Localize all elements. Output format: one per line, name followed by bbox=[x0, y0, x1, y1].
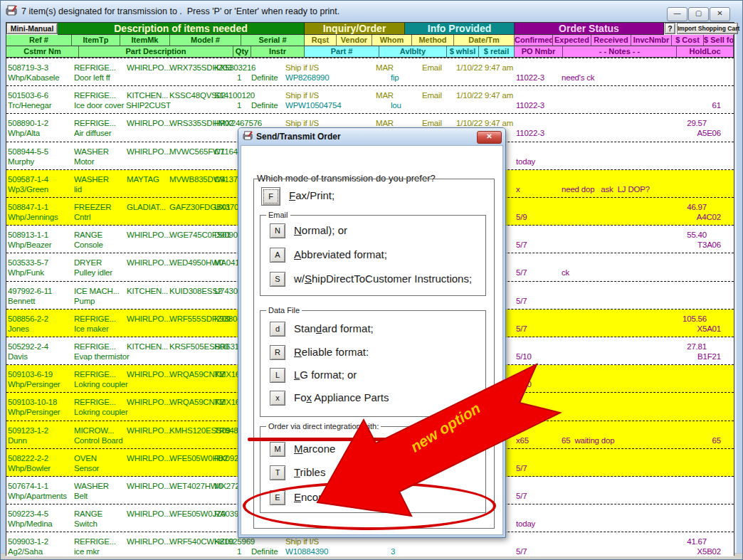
cell-ref: 509903-1-2 bbox=[8, 537, 48, 546]
red-underline-annotation bbox=[248, 438, 409, 441]
cell-ref: 508944-5-5 bbox=[8, 147, 48, 156]
cell-itemtp: REFRIGE... bbox=[74, 91, 116, 100]
cell-itemtp: REFRIGE... bbox=[74, 63, 116, 72]
email-normal-button[interactable]: N bbox=[270, 223, 285, 238]
marcone-label: Marcone bbox=[294, 443, 335, 455]
email-shipdirect-button[interactable]: S bbox=[270, 272, 285, 287]
data-fox-button[interactable]: x bbox=[270, 391, 285, 406]
fax-print-button[interactable]: F bbox=[261, 187, 280, 206]
col-vendor: Vendor bbox=[337, 35, 372, 46]
cell-desc: Sensor bbox=[74, 464, 99, 472]
email-abbreviated-button[interactable]: A bbox=[270, 248, 285, 263]
cell-holdloc: A4C02 bbox=[697, 213, 721, 221]
app-window: 7 item(s) designated for transmission to… bbox=[0, 0, 743, 560]
cell-desc: Belt bbox=[74, 492, 88, 500]
cell-holdloc: X5A01 bbox=[697, 324, 721, 333]
cell-desc: Control Board bbox=[74, 436, 122, 445]
dialog-close-button[interactable]: ✕ bbox=[477, 131, 502, 144]
table-row[interactable]: 508719-3-3REFRIGE...WHIRLPO...WRX735SDHZ… bbox=[6, 58, 734, 86]
cell-itemtp: WASHER bbox=[74, 482, 109, 490]
col-expected: Expected bbox=[553, 35, 591, 46]
cell-datetm: 1/10/22 9:47 am bbox=[456, 119, 513, 127]
cell-desc: Ice maker bbox=[74, 324, 109, 333]
col-datetm: Date/Tm bbox=[454, 35, 515, 46]
cell-rqst: Ship if I/S bbox=[285, 63, 319, 72]
col-confirmed: Confirmed bbox=[515, 35, 553, 46]
cell-desc: Console bbox=[74, 241, 103, 249]
cell-qty: 1 bbox=[237, 547, 241, 556]
data-standard-button[interactable]: d bbox=[270, 322, 285, 337]
cell-avl: 3 bbox=[391, 547, 395, 556]
col-qty: Qty bbox=[233, 46, 251, 58]
data-lg-label: LG format; or bbox=[294, 369, 357, 381]
cell-itemmk: WHIRLPO... bbox=[127, 315, 170, 323]
cell-itemmk: MAYTAG bbox=[127, 175, 159, 184]
cell-itemtp: REFRIGE... bbox=[74, 119, 116, 127]
cell-cstmr: Trc/Henegar bbox=[8, 101, 51, 110]
cell-desc: Lokring coupler bbox=[74, 408, 128, 416]
col-rqst: Rqst bbox=[305, 35, 337, 46]
cell-instr: Definite bbox=[251, 547, 278, 556]
cell-itemmk: WHIRLPO... bbox=[127, 119, 170, 127]
cell-itemtp: OVEN bbox=[74, 454, 97, 463]
cell-po: 5/7 bbox=[516, 241, 527, 249]
cell-po: 5/7 bbox=[516, 268, 527, 277]
header-inquiry-order: Inquiry/Order bbox=[305, 22, 405, 35]
email-abbreviated-label: Abbreviated format; bbox=[294, 248, 387, 260]
cell-cstmr: Whp/Funk bbox=[8, 268, 44, 277]
cell-desc: Air diffuser bbox=[74, 129, 111, 137]
cell-cstmr: Whp/Medina bbox=[8, 519, 53, 528]
col-whom: Whom bbox=[372, 35, 412, 46]
cell-notes: need dop ask LJ DOP? bbox=[562, 185, 650, 194]
dialog-title: Send/Transmit Order bbox=[256, 132, 341, 142]
marcone-button[interactable]: M bbox=[270, 442, 285, 457]
cell-ref: 509223-4-5 bbox=[8, 509, 48, 518]
data-lg-button[interactable]: L bbox=[270, 368, 285, 383]
cell-itemtp: REFRIGE... bbox=[74, 342, 116, 351]
col-po: PO Nmbr bbox=[515, 46, 563, 58]
col-ref: Ref # bbox=[6, 35, 72, 46]
cell-itemmk: WHIRLPO... bbox=[127, 398, 170, 406]
table-row[interactable]: 501503-6-6REFRIGE...KITCHEN...KSSC48QVS0… bbox=[6, 86, 734, 114]
close-button[interactable]: ✕ bbox=[710, 7, 730, 21]
cell-ref: 509587-1-4 bbox=[8, 175, 48, 184]
cell-cstmr: Whp/Persinger bbox=[8, 408, 60, 416]
cell-itemmk: GLADIAT... bbox=[127, 203, 166, 211]
data-reliable-button[interactable]: R bbox=[270, 345, 285, 360]
window-border-left bbox=[1, 22, 6, 559]
cell-datetm: 1/10/22 9:47 am bbox=[456, 91, 513, 100]
mini-manual-button[interactable]: Mini-Manual bbox=[6, 23, 58, 34]
tribles-button[interactable]: T bbox=[270, 465, 285, 480]
cell-holdloc: X5B02 bbox=[697, 547, 721, 556]
header-order-status: Order Status bbox=[515, 22, 664, 35]
col-sellfor: $ Sell for bbox=[704, 35, 734, 46]
cell-notes: need's ck bbox=[562, 73, 594, 82]
cell-cstmr: Murphy bbox=[8, 157, 34, 166]
cell-itemmk: WHIRLPO... bbox=[127, 258, 170, 267]
minimize-button[interactable]: — bbox=[667, 7, 687, 21]
cell-method: Email bbox=[422, 119, 442, 127]
cell-vendor: MAR bbox=[376, 63, 394, 72]
help-button[interactable]: ? bbox=[665, 23, 675, 34]
cell-holdloc: 65 bbox=[712, 436, 721, 445]
cell-rqst: Ship if I/S bbox=[285, 119, 319, 127]
col-cost: $ Cost bbox=[672, 35, 704, 46]
cell-itemmk: WHIRLPO... bbox=[127, 63, 170, 72]
maximize-button[interactable]: ▢ bbox=[688, 7, 709, 21]
cell-po: 5/10 bbox=[516, 380, 532, 389]
cell-cost: 29.57 bbox=[687, 119, 707, 127]
red-ellipse-annotation bbox=[243, 482, 496, 530]
cell-itemmk: KITCHEN... bbox=[127, 342, 168, 351]
cell-po: 5/7 bbox=[516, 492, 527, 500]
cell-itemmk: KITCHEN... bbox=[127, 91, 168, 100]
email-normal-label: Normal); or bbox=[294, 224, 347, 236]
cell-ref: 509103-6-19 bbox=[8, 370, 53, 379]
cell-po: 5/7 bbox=[516, 324, 527, 333]
cell-po: 5/7 bbox=[516, 297, 527, 305]
cell-cstmr: Whp/Apartments bbox=[8, 492, 67, 500]
cell-itemtp: RANGE bbox=[74, 509, 102, 518]
col-cstmr: Cstmr Nm bbox=[6, 46, 79, 58]
import-shopping-cart-button[interactable]: Import Shopping Cart bbox=[677, 23, 738, 34]
cell-po: 5/7 bbox=[516, 547, 527, 556]
window-border-right bbox=[737, 22, 742, 559]
